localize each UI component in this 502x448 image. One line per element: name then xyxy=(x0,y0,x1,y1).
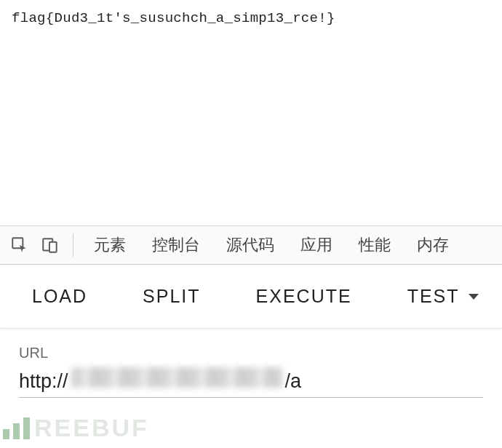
test-label: TEST xyxy=(407,286,460,307)
page-content: flag{Dud3_1t's_susuchch_a_simp13_rce!} xyxy=(0,0,502,225)
chevron-down-icon xyxy=(469,294,479,300)
url-suffix: /a xyxy=(285,370,302,393)
url-prefix: http:// xyxy=(19,370,68,393)
watermark-logo-icon xyxy=(3,417,30,439)
tab-performance[interactable]: 性能 xyxy=(346,226,404,264)
tab-elements[interactable]: 元素 xyxy=(81,226,139,264)
execute-button[interactable]: EXECUTE xyxy=(244,286,364,307)
tab-console[interactable]: 控制台 xyxy=(139,226,213,264)
execute-label: EXECUTE xyxy=(256,286,352,307)
device-toggle-icon[interactable] xyxy=(39,234,61,256)
test-button[interactable]: TEST xyxy=(396,286,490,307)
load-label: LOAD xyxy=(32,286,87,307)
tab-memory[interactable]: 内存 xyxy=(404,226,462,264)
action-toolbar: LOAD SPLIT EXECUTE TEST xyxy=(0,265,502,329)
inspect-icon[interactable] xyxy=(9,234,31,256)
url-label: URL xyxy=(19,345,483,361)
url-input[interactable]: http:// /a xyxy=(19,367,483,398)
devtools-tab-bar: 元素 控制台 源代码 应用 性能 内存 xyxy=(0,225,502,265)
separator xyxy=(73,233,73,257)
svg-rect-2 xyxy=(49,242,57,252)
load-button[interactable]: LOAD xyxy=(20,286,99,307)
url-redacted xyxy=(71,367,282,388)
tab-application[interactable]: 应用 xyxy=(287,226,346,264)
flag-text: flag{Dud3_1t's_susuchch_a_simp13_rce!} xyxy=(12,10,490,26)
split-label: SPLIT xyxy=(143,286,200,307)
watermark-text: REEBUF xyxy=(34,414,149,442)
watermark: REEBUF xyxy=(3,414,149,442)
split-button[interactable]: SPLIT xyxy=(131,286,212,307)
tab-sources[interactable]: 源代码 xyxy=(213,226,287,264)
url-panel: URL http:// /a xyxy=(0,329,502,398)
